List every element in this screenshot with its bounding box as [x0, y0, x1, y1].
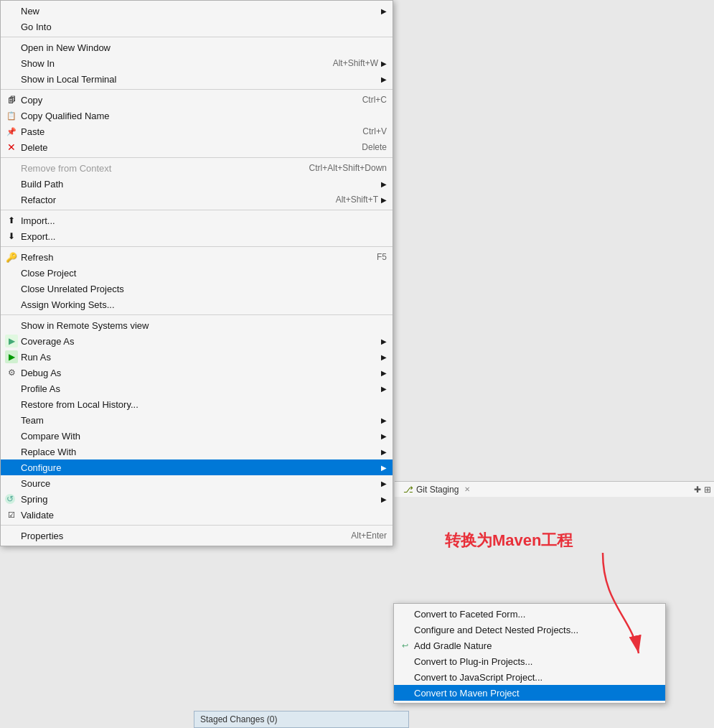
- menu-item-replace-with[interactable]: Replace With ▶: [1, 444, 393, 459]
- submenu-arrow-replace: ▶: [381, 448, 387, 456]
- submenu-arrow-spring: ▶: [381, 495, 387, 503]
- menu-item-coverage-as[interactable]: ▶ Coverage As ▶: [1, 333, 393, 349]
- menu-item-run-as[interactable]: ▶ Run As ▶: [1, 349, 393, 365]
- menu-item-debug-as[interactable]: ⚙ Debug As ▶: [1, 365, 393, 381]
- menu-item-source[interactable]: Source ▶: [1, 475, 393, 491]
- menu-item-new[interactable]: New ▶: [1, 3, 393, 19]
- menu-item-show-in[interactable]: Show In Alt+Shift+W ▶: [1, 55, 393, 71]
- separator-5: [1, 246, 393, 247]
- menu-item-remove-context: Remove from Context Ctrl+Alt+Shift+Down: [1, 160, 393, 176]
- menu-item-import[interactable]: ⬆ Import...: [1, 213, 393, 228]
- menu-item-validate[interactable]: ☑ Validate: [1, 507, 393, 523]
- menu-item-restore-local-history[interactable]: Restore from Local History...: [1, 396, 393, 412]
- menu-item-copy-qualified-name[interactable]: 📋 Copy Qualified Name: [1, 108, 393, 123]
- debug-icon: ⚙: [5, 366, 18, 379]
- submenu-arrow-configure: ▶: [381, 464, 387, 472]
- menu-item-paste[interactable]: 📌 Paste Ctrl+V: [1, 123, 393, 139]
- submenu-arrow-compare: ▶: [381, 432, 387, 440]
- menu-item-open-new-window[interactable]: Open in New Window: [1, 39, 393, 55]
- separator-2: [1, 89, 393, 90]
- separator-3: [1, 157, 393, 158]
- menu-item-close-project[interactable]: Close Project: [1, 265, 393, 281]
- menu-item-copy[interactable]: 🗐 Copy Ctrl+C: [1, 92, 393, 108]
- tab-bar: ⎇ Git Staging ✕ ✚ ⊞: [395, 481, 714, 497]
- copy-qualified-icon: 📋: [5, 109, 18, 122]
- submenu-arrow-debug: ▶: [381, 369, 387, 377]
- annotation-text: 转换为Maven工程: [445, 530, 573, 551]
- git-staging-tab[interactable]: ⎇ Git Staging ✕: [398, 483, 476, 496]
- submenu-arrow-show-in: ▶: [381, 60, 387, 67]
- staged-changes-label: Staged Changes (0): [200, 714, 277, 724]
- git-staging-label: Git Staging: [416, 485, 459, 495]
- submenu-arrow-run: ▶: [381, 353, 387, 361]
- menu-item-build-path[interactable]: Build Path ▶: [1, 176, 393, 192]
- submenu-arrow-source: ▶: [381, 480, 387, 487]
- submenu-arrow-new: ▶: [381, 7, 387, 15]
- submenu-arrow-coverage: ▶: [381, 337, 387, 345]
- delete-icon: ✕: [5, 141, 18, 154]
- separator-6: [1, 314, 393, 315]
- menu-item-configure[interactable]: Configure ▶: [1, 459, 393, 475]
- submenu-arrow-refactor: ▶: [381, 196, 387, 204]
- separator-1: [1, 37, 393, 37]
- import-icon: ⬆: [5, 214, 18, 227]
- submenu-arrow-team: ▶: [381, 416, 387, 424]
- copy-icon: 🗐: [5, 93, 18, 106]
- coverage-icon: ▶: [5, 335, 18, 347]
- menu-item-properties[interactable]: Properties Alt+Enter: [1, 528, 393, 543]
- refresh-icon: 🔑: [5, 251, 18, 263]
- menu-item-go-into[interactable]: Go Into: [1, 19, 393, 34]
- run-icon: ▶: [5, 350, 18, 363]
- menu-item-profile-as[interactable]: Profile As ▶: [1, 381, 393, 396]
- context-menu: New ▶ Go Into Open in New Window Show In…: [0, 0, 393, 546]
- git-staging-icon: ⎇: [403, 485, 413, 495]
- validate-icon: ☑: [5, 508, 18, 521]
- submenu-item-convert-javascript[interactable]: Convert to JavaScript Project...: [394, 669, 665, 685]
- staged-changes-bar: Staged Changes (0): [194, 711, 409, 728]
- separator-7: [1, 525, 393, 526]
- menu-item-delete[interactable]: ✕ Delete Delete: [1, 139, 393, 155]
- toolbar-icon-2[interactable]: ⊞: [704, 485, 711, 495]
- separator-4: [1, 210, 393, 210]
- menu-item-spring[interactable]: ↺ Spring ▶: [1, 491, 393, 507]
- menu-item-show-remote-systems[interactable]: Show in Remote Systems view: [1, 317, 393, 333]
- toolbar-icons: ✚ ⊞: [694, 485, 711, 495]
- annotation-arrow: [588, 546, 660, 661]
- tab-close-icon[interactable]: ✕: [464, 485, 470, 493]
- menu-item-refresh[interactable]: 🔑 Refresh F5: [1, 249, 393, 265]
- toolbar-icon-1[interactable]: ✚: [694, 485, 701, 495]
- submenu-item-convert-maven[interactable]: Convert to Maven Project: [394, 685, 665, 701]
- submenu-arrow-build-path: ▶: [381, 180, 387, 188]
- submenu-arrow-terminal: ▶: [381, 75, 387, 83]
- export-icon: ⬇: [5, 230, 18, 243]
- submenu-arrow-profile: ▶: [381, 385, 387, 393]
- paste-icon: 📌: [5, 125, 18, 138]
- spring-icon: ↺: [5, 494, 15, 504]
- menu-item-team[interactable]: Team ▶: [1, 412, 393, 428]
- menu-item-assign-working-sets[interactable]: Assign Working Sets...: [1, 297, 393, 312]
- menu-item-refactor[interactable]: Refactor Alt+Shift+T ▶: [1, 192, 393, 207]
- menu-item-show-local-terminal[interactable]: Show in Local Terminal ▶: [1, 71, 393, 87]
- menu-item-export[interactable]: ⬇ Export...: [1, 228, 393, 244]
- menu-item-close-unrelated-projects[interactable]: Close Unrelated Projects: [1, 281, 393, 297]
- menu-item-compare-with[interactable]: Compare With ▶: [1, 428, 393, 444]
- gradle-icon: ↩: [398, 639, 411, 652]
